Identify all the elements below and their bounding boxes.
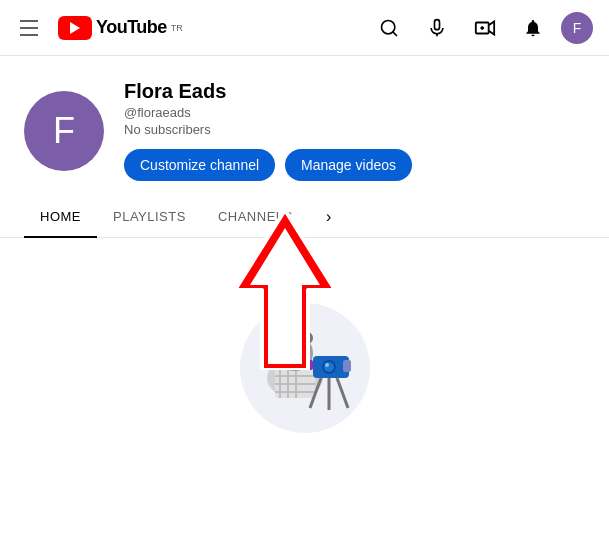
svg-point-20 [287,349,291,353]
svg-rect-31 [307,360,313,370]
youtube-tr: TR [171,23,183,33]
channel-buttons: Customize channel Manage videos [124,149,412,181]
channel-info: Flora Eads @floraeads No subscribers Cus… [124,80,412,181]
youtube-logo[interactable]: YouTubeTR [58,16,183,40]
create-video-icon[interactable] [465,8,505,48]
channel-avatar: F [24,91,104,171]
header: YouTubeTR F [0,0,609,56]
tab-channels[interactable]: CHANNELS [202,197,309,238]
manage-videos-button[interactable]: Manage videos [285,149,412,181]
notifications-icon[interactable] [513,8,553,48]
header-left: YouTubeTR [16,16,183,40]
channel-tabs: HOME PLAYLISTS CHANNELS › [0,197,609,238]
svg-point-25 [324,362,334,372]
mic-icon[interactable] [417,8,457,48]
svg-line-1 [393,31,397,35]
empty-state-illustration [225,278,385,438]
tabs-more-icon[interactable]: › [309,197,349,237]
tab-playlists[interactable]: PLAYLISTS [97,197,202,238]
tab-home[interactable]: HOME [24,197,97,238]
channel-handle: @floraeads [124,105,412,120]
header-right: F [369,8,593,48]
hamburger-menu-button[interactable] [16,16,42,40]
illustration-section [0,238,609,438]
youtube-icon [58,16,92,40]
user-avatar-button[interactable]: F [561,12,593,44]
youtube-wordmark: YouTube [96,17,167,38]
channel-section: F Flora Eads @floraeads No subscribers C… [0,56,609,197]
svg-point-18 [281,339,309,367]
svg-point-22 [297,349,301,353]
channel-subscribers: No subscribers [124,122,412,137]
svg-point-27 [325,363,329,367]
customize-channel-button[interactable]: Customize channel [124,149,275,181]
channel-name: Flora Eads [124,80,412,103]
svg-rect-26 [343,360,351,372]
search-icon[interactable] [369,8,409,48]
